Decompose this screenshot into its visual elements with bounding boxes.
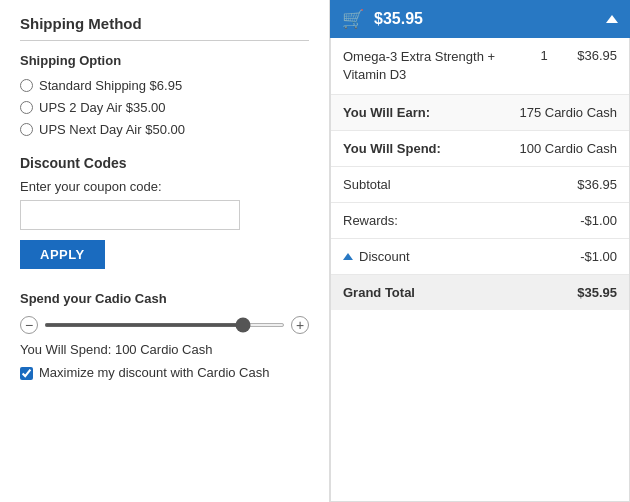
shipping-option-upsnext[interactable]: UPS Next Day Air $50.00	[20, 122, 309, 137]
shipping-label-standard: Standard Shipping $6.95	[39, 78, 182, 93]
slider-row: − +	[20, 316, 309, 334]
subtotal-row: Subtotal $36.95	[331, 167, 629, 203]
discount-value: -$1.00	[580, 249, 617, 264]
slider-plus-button[interactable]: +	[291, 316, 309, 334]
maximize-row: Maximize my discount with Cardio Cash	[20, 365, 309, 380]
subtotal-value: $36.95	[577, 177, 617, 192]
earn-row: You Will Earn: 175 Cardio Cash	[331, 95, 629, 131]
cadio-title: Spend your Cadio Cash	[20, 291, 309, 306]
spend-value: 100 Cardio Cash	[519, 141, 617, 156]
right-panel: 🛒 $35.95 Omega-3 Extra Strength + Vitami…	[330, 0, 630, 502]
grand-total-label: Grand Total	[343, 285, 577, 300]
shipping-option-standard[interactable]: Standard Shipping $6.95	[20, 78, 309, 93]
product-qty: 1	[534, 48, 554, 84]
shipping-label-ups2day: UPS 2 Day Air $35.00	[39, 100, 165, 115]
product-name: Omega-3 Extra Strength + Vitamin D3	[343, 48, 526, 84]
earn-label: You Will Earn:	[343, 105, 519, 120]
cart-total: $35.95	[374, 10, 423, 28]
product-price: $36.95	[562, 48, 617, 84]
cart-icon: 🛒	[342, 8, 364, 30]
cadio-spend-text: You Will Spend: 100 Cardio Cash	[20, 342, 309, 357]
shipping-option-ups2day[interactable]: UPS 2 Day Air $35.00	[20, 100, 309, 115]
apply-button[interactable]: APPLY	[20, 240, 105, 269]
cadio-slider[interactable]	[44, 323, 285, 327]
rewards-label: Rewards:	[343, 213, 580, 228]
coupon-input[interactable]	[20, 200, 240, 230]
shipping-radio-upsnext[interactable]	[20, 123, 33, 136]
discount-label: Discount	[359, 249, 580, 264]
coupon-label: Enter your coupon code:	[20, 179, 309, 194]
shipping-section-title: Shipping Method	[20, 15, 309, 41]
slider-minus-button[interactable]: −	[20, 316, 38, 334]
cart-chevron-up[interactable]	[606, 15, 618, 23]
shipping-radio-ups2day[interactable]	[20, 101, 33, 114]
maximize-checkbox[interactable]	[20, 367, 33, 380]
cadio-section: Spend your Cadio Cash − + You Will Spend…	[20, 291, 309, 380]
rewards-row: Rewards: -$1.00	[331, 203, 629, 239]
earn-value: 175 Cardio Cash	[519, 105, 617, 120]
rewards-value: -$1.00	[580, 213, 617, 228]
discount-title: Discount Codes	[20, 155, 309, 171]
subtotal-label: Subtotal	[343, 177, 577, 192]
discount-section: Discount Codes Enter your coupon code: A…	[20, 155, 309, 269]
spend-row: You Will Spend: 100 Cardio Cash	[331, 131, 629, 167]
left-panel: Shipping Method Shipping Option Standard…	[0, 0, 330, 502]
cart-header-left: 🛒 $35.95	[342, 8, 423, 30]
discount-icon	[343, 253, 353, 260]
grand-total-value: $35.95	[577, 285, 617, 300]
shipping-label-upsnext: UPS Next Day Air $50.00	[39, 122, 185, 137]
shipping-radio-standard[interactable]	[20, 79, 33, 92]
order-summary: Omega-3 Extra Strength + Vitamin D3 1 $3…	[330, 38, 630, 502]
maximize-label: Maximize my discount with Cardio Cash	[39, 365, 269, 380]
discount-row: Discount -$1.00	[331, 239, 629, 275]
product-row: Omega-3 Extra Strength + Vitamin D3 1 $3…	[331, 38, 629, 95]
grand-total-row: Grand Total $35.95	[331, 275, 629, 310]
spend-label: You Will Spend:	[343, 141, 519, 156]
cart-header: 🛒 $35.95	[330, 0, 630, 38]
shipping-option-label: Shipping Option	[20, 53, 309, 68]
